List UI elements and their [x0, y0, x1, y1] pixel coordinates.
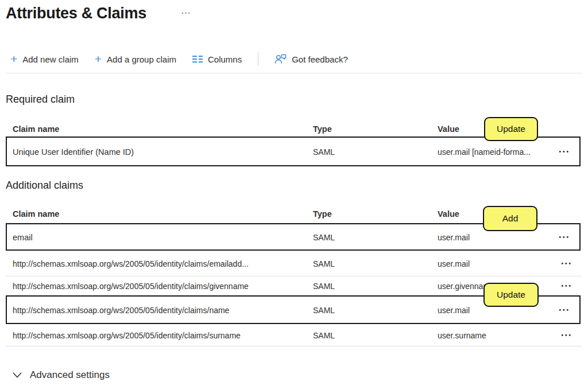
- column-header-claim-name: Claim name: [13, 124, 313, 134]
- attributes-claims-page: Attributes & Claims ··· + Add new claim …: [0, 0, 588, 386]
- add-new-claim-button[interactable]: + Add new claim: [10, 54, 79, 65]
- row-menu-icon[interactable]: •••: [541, 283, 582, 289]
- required-claim-heading: Required claim: [6, 93, 75, 106]
- toolbar-divider: [258, 52, 258, 66]
- value-cell: user.mail: [438, 259, 541, 268]
- table-row-unique-user-identifier[interactable]: Unique User Identifier (Name ID) SAML us…: [7, 138, 579, 165]
- row-menu-icon[interactable]: •••: [541, 307, 579, 313]
- command-bar: + Add new claim + Add a group claim Colu…: [10, 50, 348, 68]
- toolbar-separator: [6, 73, 582, 73]
- page-more-options-icon[interactable]: ···: [181, 9, 191, 17]
- value-cell: user.mail [nameid-forma...: [438, 147, 541, 157]
- got-feedback-label: Got feedback?: [292, 54, 348, 64]
- advanced-settings-label: Advanced settings: [30, 369, 110, 381]
- row-menu-icon[interactable]: •••: [541, 261, 582, 267]
- chevron-down-icon: [13, 372, 22, 378]
- row-menu-icon[interactable]: •••: [541, 333, 582, 338]
- claim-name-cell: http://schemas.xmlsoap.org/ws/2005/05/id…: [13, 306, 313, 315]
- type-cell: SAML: [313, 282, 438, 291]
- add-group-claim-button[interactable]: + Add a group claim: [95, 54, 176, 65]
- column-header-type: Type: [313, 209, 438, 219]
- value-cell: user.surname: [438, 331, 541, 340]
- plus-icon: +: [95, 53, 102, 65]
- row-menu-icon[interactable]: •••: [541, 149, 579, 155]
- column-header-claim-name: Claim name: [13, 209, 313, 219]
- type-cell: SAML: [313, 306, 438, 315]
- claim-name-cell: http://schemas.xmlsoap.org/ws/2005/05/id…: [13, 282, 313, 291]
- table-row-surname[interactable]: http://schemas.xmlsoap.org/ws/2005/05/id…: [6, 325, 582, 346]
- columns-icon: [192, 55, 203, 63]
- columns-button[interactable]: Columns: [192, 54, 242, 64]
- type-cell: SAML: [313, 331, 438, 340]
- callout-add: Add: [483, 206, 537, 231]
- page-title: Attributes & Claims: [6, 5, 146, 22]
- advanced-settings-toggle[interactable]: Advanced settings: [13, 369, 110, 381]
- claim-name-cell: http://schemas.xmlsoap.org/ws/2005/05/id…: [13, 331, 313, 340]
- type-cell: SAML: [313, 233, 438, 242]
- got-feedback-button[interactable]: Got feedback?: [274, 54, 348, 64]
- additional-claims-heading: Additional claims: [6, 180, 83, 192]
- columns-label: Columns: [208, 54, 242, 64]
- value-cell: user.mail: [438, 233, 541, 242]
- type-cell: SAML: [313, 147, 438, 157]
- claim-name-cell: Unique User Identifier (Name ID): [13, 147, 313, 157]
- feedback-icon: [274, 54, 287, 64]
- row-menu-icon[interactable]: •••: [541, 235, 579, 240]
- add-new-claim-label: Add new claim: [22, 54, 79, 64]
- callout-update-name: Update: [483, 283, 539, 307]
- table-row-emailaddress[interactable]: http://schemas.xmlsoap.org/ws/2005/05/id…: [6, 252, 582, 276]
- claim-name-cell: http://schemas.xmlsoap.org/ws/2005/05/id…: [13, 259, 313, 268]
- callout-update-required: Update: [484, 117, 538, 141]
- add-group-claim-label: Add a group claim: [107, 54, 176, 64]
- type-cell: SAML: [313, 259, 438, 268]
- claim-name-cell: email: [13, 233, 313, 242]
- column-header-type: Type: [313, 124, 438, 134]
- plus-icon: +: [10, 53, 17, 65]
